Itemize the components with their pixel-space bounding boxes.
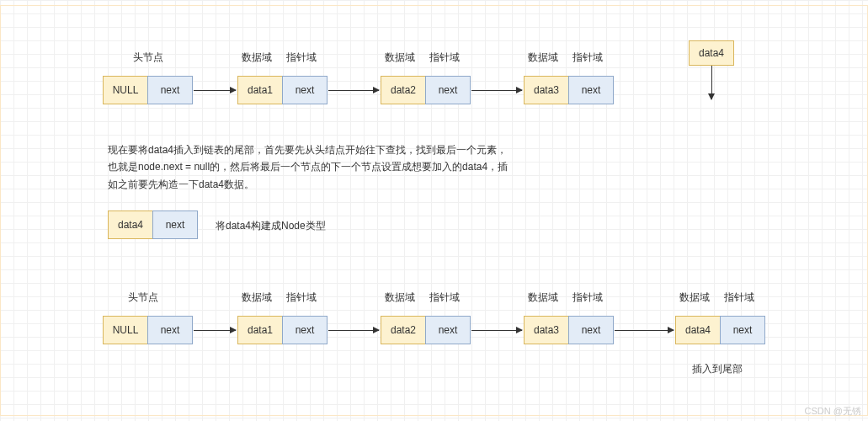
label-ptr-field-2: 指针域 [429, 51, 460, 65]
label-ptr-field-3: 指针域 [572, 51, 603, 65]
row2-node4-next: next [720, 316, 765, 344]
diagram-canvas: 头节点 数据域 指针域 数据域 指针域 数据域 指针域 NULL next da… [0, 0, 868, 421]
row1-node1-data: data1 [237, 76, 283, 104]
down-arrow-data4 [711, 66, 712, 99]
label-head-2: 头节点 [128, 290, 158, 305]
label-data-field-r2-4: 数据域 [679, 290, 710, 305]
row1-node3: data3 next [524, 76, 614, 104]
label-ptr-field-1: 指针域 [286, 51, 317, 65]
row1-head-node: NULL next [103, 76, 193, 104]
watermark: CSDN @无锈 [805, 405, 861, 418]
row2-node3-data: data3 [524, 316, 569, 344]
arrow-r1-1 [194, 90, 236, 91]
label-data-field-r2-2: 数据域 [385, 290, 415, 305]
label-data-field-2: 数据域 [385, 51, 415, 65]
row2-node4-data: data4 [675, 316, 721, 344]
label-ptr-field-r2-1: 指针域 [286, 290, 317, 305]
arrow-r1-3 [471, 90, 522, 91]
built-node: data4 next [108, 210, 198, 239]
row2-node2-data: data2 [381, 316, 426, 344]
label-data-field-r2-3: 数据域 [528, 290, 558, 305]
row1-node2-next: next [425, 76, 471, 104]
row2-node3: data3 next [524, 316, 614, 344]
arrow-r2-1 [194, 330, 236, 331]
label-data-field-1: 数据域 [242, 51, 272, 65]
label-ptr-field-r2-2: 指针域 [429, 290, 460, 305]
row1-node1: data1 next [237, 76, 327, 104]
arrow-r2-4 [615, 330, 674, 331]
tail-caption: 插入到尾部 [692, 362, 743, 376]
row2-node3-next: next [568, 316, 614, 344]
row2-node1-data: data1 [237, 316, 283, 344]
row1-node2: data2 next [381, 76, 471, 104]
label-head: 头节点 [133, 51, 163, 65]
row1-node3-data: data3 [524, 76, 569, 104]
arrow-r1-2 [328, 90, 379, 91]
explanation-paragraph: 现在要将data4插入到链表的尾部，首先要先从头结点开始往下查找，找到最后一个元… [108, 141, 588, 193]
row1-head-data: NULL [103, 76, 148, 104]
label-data-field-3: 数据域 [528, 51, 558, 65]
row2-node2: data2 next [381, 316, 471, 344]
row2-node2-next: next [425, 316, 471, 344]
label-ptr-field-r2-4: 指针域 [724, 290, 754, 305]
para-line3: 如之前要先构造一下data4数据。 [108, 179, 254, 190]
built-node-caption: 将data4构建成Node类型 [216, 219, 326, 233]
built-node-next: next [152, 210, 198, 239]
label-ptr-field-r2-3: 指针域 [572, 290, 603, 305]
row2-head-node: NULL next [103, 316, 193, 344]
built-node-data: data4 [108, 210, 153, 239]
label-data-field-r2-1: 数据域 [242, 290, 272, 305]
row1-head-next: next [147, 76, 193, 104]
arrow-r2-2 [328, 330, 379, 331]
row1-node3-next: next [568, 76, 614, 104]
row2-head-next: next [147, 316, 193, 344]
para-line2: 也就是node.next = null的，然后将最后一个节点的下一个节点设置成想… [108, 161, 508, 173]
arrow-r2-3 [471, 330, 522, 331]
para-line1: 现在要将data4插入到链表的尾部，首先要先从头结点开始往下查找，找到最后一个元… [108, 144, 507, 156]
row2-node1-next: next [282, 316, 327, 344]
row1-node2-data: data2 [381, 76, 426, 104]
row2-node4: data4 next [675, 316, 765, 344]
row2-node1: data1 next [237, 316, 327, 344]
floating-data4: data4 [689, 40, 734, 66]
row2-head-data: NULL [103, 316, 148, 344]
row1-node1-next: next [282, 76, 327, 104]
